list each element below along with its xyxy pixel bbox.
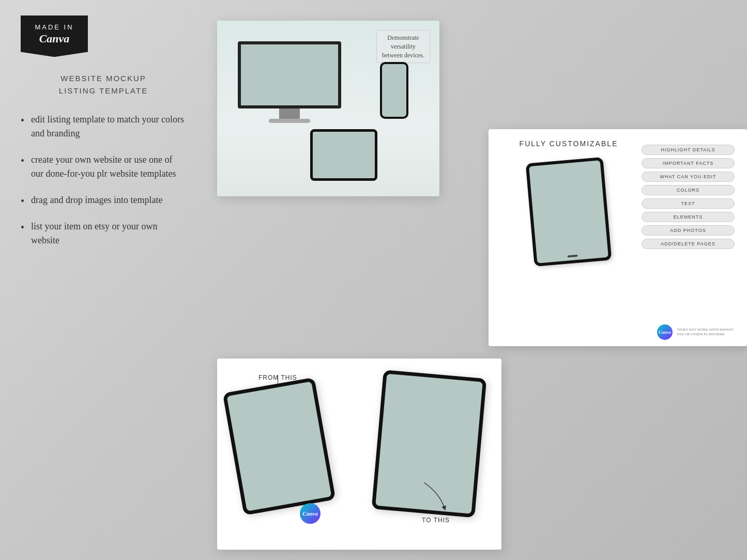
devices-card: Demonstrate versatility between devices. bbox=[217, 21, 439, 196]
canva-logo-badge-small: Canva bbox=[657, 324, 673, 340]
monitor-mockup bbox=[238, 41, 341, 123]
feature-add-photos: ADD PHOTOS bbox=[642, 225, 735, 236]
disclaimer-text: *DOES NOT WORK WITH SHOWIT, WIX OR OTHER… bbox=[677, 328, 739, 337]
tablet-from-mockup bbox=[223, 377, 336, 516]
bullet-item-1: edit listing template to match your colo… bbox=[21, 113, 186, 141]
customizable-card: FULLY CUSTOMIZABLE HIGHLIGHT DETAILS IMP… bbox=[489, 129, 747, 346]
tablet-mockup-card2 bbox=[526, 157, 612, 267]
monitor-base bbox=[269, 119, 310, 123]
to-this-label: TO THIS bbox=[422, 517, 450, 524]
feature-what-can-edit: WHAT CAN YOU EDIT bbox=[642, 172, 735, 182]
title-line1: WEBSITE MOCKUP bbox=[21, 72, 186, 85]
tablet-mockup-card1 bbox=[310, 129, 377, 181]
canva-logo-badge-medium: Canva bbox=[300, 503, 321, 524]
bullet-item-2: create your own website or use one of ou… bbox=[21, 153, 186, 181]
card2-footer: Canva *DOES NOT WORK WITH SHOWIT, WIX OR… bbox=[657, 324, 739, 340]
tablet-to-mockup bbox=[372, 370, 487, 518]
bullet-item-3: drag and drop images into template bbox=[21, 193, 186, 207]
transformation-card: FROM THIS C bbox=[217, 359, 501, 550]
customizable-title: FULLY CUSTOMIZABLE bbox=[501, 139, 636, 148]
phone-mockup bbox=[380, 62, 408, 119]
feature-add-delete-pages: ADD/DELETE PAGES bbox=[642, 239, 735, 249]
phone-screen bbox=[380, 62, 408, 119]
card2-left-section: FULLY CUSTOMIZABLE bbox=[501, 139, 642, 336]
badge-canva-text: Canva bbox=[26, 32, 83, 45]
monitor-stand bbox=[279, 108, 300, 119]
tablet-screen-card1 bbox=[310, 129, 377, 181]
feature-elements: ELEMENTS bbox=[642, 212, 735, 222]
bullet-item-4: list your item on etsy or your own websi… bbox=[21, 220, 186, 247]
versatility-label: Demonstrate versatility between devices. bbox=[376, 30, 430, 63]
left-panel: MADE IN Canva WEBSITE MOCKUP LISTING TEM… bbox=[0, 0, 207, 560]
made-in-canva-badge: MADE IN Canva bbox=[21, 15, 88, 57]
from-this-label: FROM THIS bbox=[258, 374, 297, 381]
images-area: Demonstrate versatility between devices. bbox=[196, 0, 747, 560]
feature-colors: COLORS bbox=[642, 185, 735, 195]
product-title: WEBSITE MOCKUP LISTING TEMPLATE bbox=[21, 72, 186, 97]
monitor-screen bbox=[238, 41, 341, 108]
title-line2: LISTING TEMPLATE bbox=[21, 85, 186, 97]
features-list: HIGHLIGHT DETAILS IMPORTANT FACTS WHAT C… bbox=[642, 139, 735, 336]
feature-highlight-details: HIGHLIGHT DETAILS bbox=[642, 145, 735, 155]
badge-made-in-text: MADE IN bbox=[26, 23, 83, 32]
feature-important-facts: IMPORTANT FACTS bbox=[642, 158, 735, 168]
feature-list: edit listing template to match your colo… bbox=[21, 113, 186, 247]
feature-text: TEXT bbox=[642, 198, 735, 209]
